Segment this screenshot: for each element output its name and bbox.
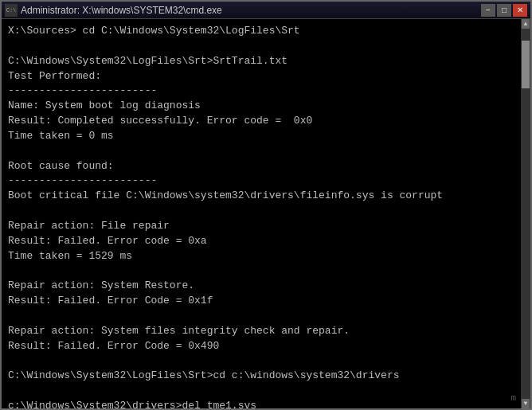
- scroll-down-arrow[interactable]: ▼: [522, 399, 530, 408]
- cmd-window: C:\ Administrator: X:\windows\SYSTEM32\c…: [0, 0, 532, 410]
- scrollbar[interactable]: ▲ ▼: [521, 19, 530, 408]
- watermark: m: [510, 392, 516, 405]
- titlebar-buttons: − □ ✕: [481, 4, 527, 17]
- maximize-button[interactable]: □: [497, 4, 511, 17]
- terminal-output: X:\Sources> cd C:\Windows\System32\LogFi…: [8, 24, 524, 408]
- titlebar-left: C:\ Administrator: X:\windows\SYSTEM32\c…: [5, 4, 222, 17]
- scroll-thumb[interactable]: [522, 41, 530, 88]
- app-icon: C:\: [5, 4, 18, 17]
- window-title: Administrator: X:\windows\SYSTEM32\cmd.e…: [21, 5, 222, 16]
- titlebar: C:\ Administrator: X:\windows\SYSTEM32\c…: [2, 2, 530, 19]
- terminal-body: X:\Sources> cd C:\Windows\System32\LogFi…: [2, 19, 530, 408]
- close-button[interactable]: ✕: [513, 4, 527, 17]
- minimize-button[interactable]: −: [481, 4, 495, 17]
- scroll-up-arrow[interactable]: ▲: [522, 19, 530, 29]
